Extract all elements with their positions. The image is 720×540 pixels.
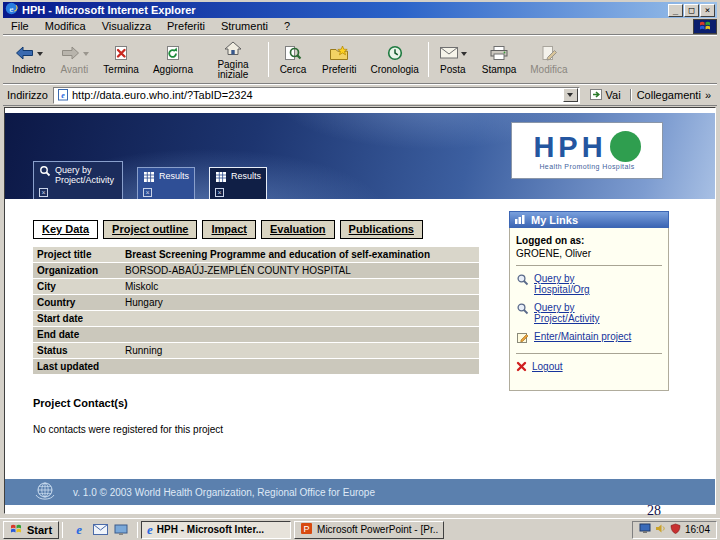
menu-edit[interactable]: Modifica xyxy=(37,19,94,33)
link-enter-maintain-project[interactable]: Enter/Maintain project xyxy=(516,331,662,346)
refresh-icon xyxy=(164,45,182,63)
tab-close-icon[interactable]: × xyxy=(143,188,152,197)
chevron-down-icon[interactable] xyxy=(461,52,467,56)
field-label: Last updated xyxy=(33,359,121,374)
chevron-right-icon[interactable]: » xyxy=(705,89,711,101)
menu-tools[interactable]: Strumenti xyxy=(213,19,276,33)
hph-logo-text: HPH xyxy=(533,132,606,162)
mail-label: Posta xyxy=(440,65,466,75)
tab-close-icon[interactable]: × xyxy=(39,188,48,197)
link-label[interactable]: Enter/Maintain project xyxy=(534,331,631,342)
minimize-button[interactable]: _ xyxy=(668,4,683,17)
field-label: End date xyxy=(33,327,121,342)
link-label[interactable]: Query by Hospital/Org xyxy=(534,273,604,295)
project-contacts-empty-text: No contacts were registered for this pro… xyxy=(33,424,715,435)
forward-button[interactable]: Avanti xyxy=(52,37,96,82)
mail-button[interactable]: Posta xyxy=(431,37,475,82)
field-label: Organization xyxy=(33,263,121,278)
chevron-down-icon[interactable] xyxy=(83,52,89,56)
title-bar[interactable]: e HPH - Microsoft Internet Explorer _ □ … xyxy=(3,2,717,18)
maximize-button[interactable]: □ xyxy=(684,4,699,17)
key-data-table: Project title Breast Screening Programme… xyxy=(33,247,479,375)
field-value: BORSOD-ABAÚJ-ZEMPLÉN COUNTY HOSPITAL xyxy=(121,263,479,278)
refresh-label: Aggiorna xyxy=(153,65,193,75)
tab-impact[interactable]: Impact xyxy=(202,220,255,239)
task-label: HPH - Microsoft Inter... xyxy=(157,524,264,535)
tab-evaluation[interactable]: Evaluation xyxy=(261,220,335,239)
shield-icon[interactable] xyxy=(670,523,681,536)
table-row: Organization BORSOD-ABAÚJ-ZEMPLÉN COUNTY… xyxy=(33,263,479,279)
chevron-down-icon[interactable] xyxy=(37,52,43,56)
quicklaunch-show-desktop-icon[interactable] xyxy=(113,522,129,538)
search-button[interactable]: Cerca xyxy=(271,37,315,82)
nav-tab-results-1[interactable]: Results × xyxy=(137,167,195,199)
table-row: Project title Breast Screening Programme… xyxy=(33,247,479,263)
links-toolbar[interactable]: Collegamenti » xyxy=(630,89,713,101)
tab-publications[interactable]: Publications xyxy=(340,220,423,239)
menu-help[interactable]: ? xyxy=(276,19,298,33)
field-value: Running xyxy=(121,343,479,358)
go-icon xyxy=(589,88,603,103)
tab-close-icon[interactable]: × xyxy=(215,188,224,197)
link-query-by-project[interactable]: Query by Project/Activity xyxy=(516,302,662,324)
history-button[interactable]: Cronologia xyxy=(363,37,425,82)
address-dropdown-button[interactable] xyxy=(563,88,578,102)
quicklaunch-outlook-icon[interactable] xyxy=(92,522,108,538)
field-label: City xyxy=(33,279,121,294)
start-button[interactable]: Start xyxy=(3,521,59,539)
results-nav-tabs: Query by Project/Activity × Results × Re… xyxy=(33,161,267,199)
link-label[interactable]: Logout xyxy=(532,361,563,372)
history-label: Cronologia xyxy=(370,65,418,75)
forward-icon xyxy=(60,45,81,63)
toolbar-separator xyxy=(268,42,269,77)
go-label: Vai xyxy=(606,89,621,101)
nav-tab-results-2-active[interactable]: Results × xyxy=(209,167,267,199)
refresh-button[interactable]: Aggiorna xyxy=(146,37,200,82)
close-button[interactable]: × xyxy=(700,4,715,17)
edit-button[interactable]: Modifica xyxy=(523,37,574,82)
go-button[interactable]: Vai xyxy=(585,87,625,104)
menu-favorites[interactable]: Preferiti xyxy=(159,19,213,33)
stop-button[interactable]: Termina xyxy=(96,37,146,82)
volume-icon[interactable] xyxy=(655,523,666,536)
edit-note-icon xyxy=(516,331,529,346)
results-grid-icon xyxy=(143,171,155,185)
favorites-button[interactable]: Preferiti xyxy=(315,37,363,82)
sidebar-divider xyxy=(516,353,662,354)
field-value xyxy=(121,311,479,326)
address-input[interactable]: e http://data.euro.who.int/?TabID=2324 xyxy=(53,87,580,104)
quicklaunch-ie-icon[interactable]: e xyxy=(71,522,87,538)
field-label: Country xyxy=(33,295,121,310)
address-url[interactable]: http://data.euro.who.int/?TabID=2324 xyxy=(72,89,560,101)
link-label[interactable]: Query by Project/Activity xyxy=(534,302,604,324)
field-value: Miskolc xyxy=(121,279,479,294)
tab-key-data[interactable]: Key Data xyxy=(33,220,98,239)
home-icon xyxy=(223,40,243,58)
task-button-powerpoint[interactable]: P Microsoft PowerPoint - [Pr... xyxy=(294,521,444,539)
project-contacts-heading: Project Contact(s) xyxy=(33,397,715,409)
field-value xyxy=(121,359,479,374)
home-button[interactable]: Pagina iniziale xyxy=(200,37,266,82)
link-query-by-hospital[interactable]: Query by Hospital/Org xyxy=(516,273,662,295)
system-tray: 16:04 xyxy=(632,521,717,539)
links-label: Collegamenti xyxy=(637,89,701,101)
quick-launch: e xyxy=(66,522,134,538)
display-icon[interactable] xyxy=(639,523,651,536)
my-links-body: Logged on as: GROENE, Oliver Query by Ho… xyxy=(509,228,669,391)
print-button[interactable]: Stampa xyxy=(475,37,523,82)
start-label: Start xyxy=(27,524,52,536)
back-button[interactable]: Indietro xyxy=(5,37,52,82)
edit-icon xyxy=(540,45,558,63)
tab-project-outline[interactable]: Project outline xyxy=(103,220,197,239)
nav-tab-label: Results xyxy=(159,171,189,181)
menu-file[interactable]: File xyxy=(3,19,37,33)
menu-view[interactable]: Visualizza xyxy=(94,19,159,33)
task-button-ie-hph[interactable]: e HPH - Microsoft Inter... xyxy=(141,521,291,539)
magnifier-icon xyxy=(516,302,529,317)
svg-text:e: e xyxy=(61,91,65,100)
hph-logo-green-circle-icon xyxy=(610,131,641,162)
nav-tab-query-by-project[interactable]: Query by Project/Activity × xyxy=(33,161,123,199)
my-links-sidebar: My Links Logged on as: GROENE, Oliver Qu… xyxy=(509,211,669,391)
link-logout[interactable]: Logout xyxy=(516,361,662,374)
tray-clock[interactable]: 16:04 xyxy=(685,524,710,535)
